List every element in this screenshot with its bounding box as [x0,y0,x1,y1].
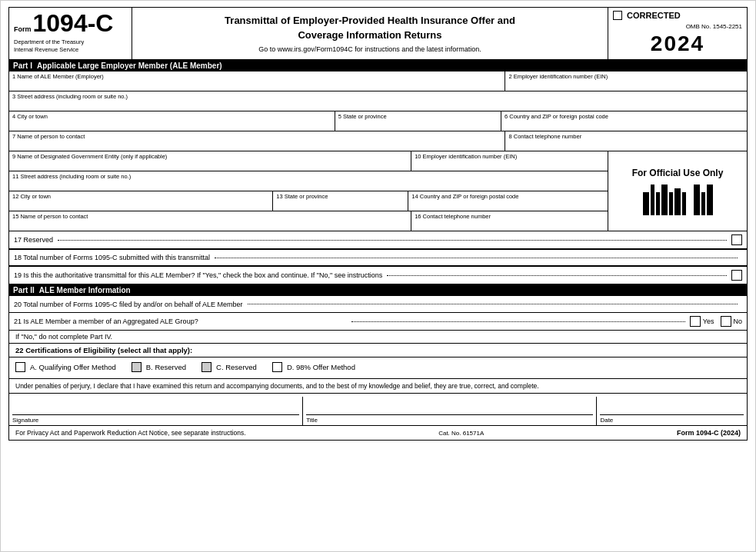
privacy-text: For Privacy Act and Paperwork Reduction … [15,429,246,437]
row19-checkbox[interactable] [731,270,742,281]
signature-label: Signature [12,417,299,424]
field7-value[interactable] [12,140,501,149]
field2-value[interactable] [508,80,744,89]
form-subtitle: Go to www.irs.gov/Form1094C for instruct… [258,45,481,53]
yes-no-options: Yes No [690,316,742,327]
cat-number: Cat. No. 61571A [438,430,484,437]
bar8 [694,185,700,215]
signature-section: Under penalties of perjury, I declare th… [9,379,747,425]
row20-label: 20 Total number of Forms 1095-C filed by… [14,301,243,308]
no-checkbox[interactable] [721,316,731,327]
row17-label: 17 Reserved [14,236,53,244]
row-20: 20 Total number of Forms 1095-C filed by… [9,296,747,313]
corrected-checkbox[interactable] [613,11,622,20]
row-4-5-6: 4 City or town 5 State or province 6 Cou… [9,111,747,131]
field12-label: 12 City or town [12,193,269,200]
row-9-10: 9 Name of Designated Government Entity (… [9,151,608,171]
title-field: Title [303,397,597,425]
form-header: Form 1094-C Department of the Treasury I… [8,7,748,60]
field-12: 12 City or town [9,191,273,211]
field6-value[interactable] [505,120,744,129]
field14-value[interactable] [411,200,604,209]
cert-d: D. 98% Offer Method [272,362,355,372]
cert-d-label: D. 98% Offer Method [287,363,355,371]
cert-c-checkbox[interactable] [201,362,211,372]
field5-value[interactable] [338,120,498,129]
form-page: Form 1094-C Department of the Treasury I… [0,0,756,552]
signature-field: Signature [9,397,303,425]
field15-value[interactable] [12,220,408,229]
field-10: 10 Employer identification number (EIN) [411,151,608,171]
field3-label: 3 Street address (including room or suit… [12,93,744,100]
official-use-box: For Official Use Only [608,151,747,231]
field16-value[interactable] [415,220,604,229]
field11-label: 11 Street address (including room or sui… [12,173,604,180]
row18-label: 18 Total number of Forms 1095-C submitte… [14,254,210,261]
field4-value[interactable] [12,120,331,129]
field1-value[interactable] [12,80,501,89]
row19-dots [387,275,727,276]
field16-label: 16 Contact telephone number [415,213,604,220]
part2-header: Part II ALE Member Information [8,284,748,296]
row-21: 21 Is ALE Member a member of an Aggregat… [9,313,747,331]
penalty-text: Under penalties of perjury, I declare th… [9,379,747,394]
field-5: 5 State or province [335,111,501,131]
field9-value[interactable] [12,160,408,169]
yes-checkbox[interactable] [690,316,701,327]
field3-value[interactable] [12,100,744,109]
part1-label: Part I [13,62,32,70]
bar10 [707,185,713,215]
date-line[interactable] [600,398,744,415]
official-use-title: For Official Use Only [632,168,724,178]
row17-checkbox[interactable] [731,234,742,245]
part1-title: Applicable Large Employer Member (ALE Me… [37,62,222,70]
title-line[interactable] [306,398,593,415]
field13-label: 13 State or province [276,193,405,200]
cert-b-label: B. Reserved [146,363,186,371]
no-label: No [734,318,743,325]
field6-label: 6 Country and ZIP or foreign postal code [505,113,744,120]
cert-b-checkbox[interactable] [132,362,142,372]
field-7: 7 Name of person to contact [9,131,505,151]
row-18: 18 Total number of Forms 1095-C submitte… [9,249,747,266]
field-2: 2 Employer identification number (EIN) [505,71,747,91]
cert-d-checkbox[interactable] [272,362,282,372]
row18-dots [215,258,738,258]
field15-label: 15 Name of person to contact [12,213,408,220]
signature-line[interactable] [12,398,299,415]
form-title-section: Transmittal of Employer-Provided Health … [132,8,608,59]
row22-header: 22 Certifications of Eligibility (select… [9,344,747,357]
signature-row: Signature Title Date [9,397,747,425]
cert-c-label: C. Reserved [216,363,257,371]
form-footer: For Privacy Act and Paperwork Reduction … [8,426,748,441]
date-label: Date [600,417,744,424]
row-7-8: 7 Name of person to contact 8 Contact te… [9,131,747,151]
certifications-row: A. Qualifying Offer Method B. Reserved C… [9,357,747,379]
form-title-line1: Transmittal of Employer-Provided Health … [225,14,515,42]
field8-value[interactable] [508,140,744,149]
row-17: 17 Reserved [9,231,747,249]
bar9 [701,192,705,215]
field8-label: 8 Contact telephone number [508,133,744,140]
field-14: 14 Country and ZIP or foreign postal cod… [408,191,608,211]
field10-value[interactable] [415,160,604,169]
field12-value[interactable] [12,200,269,209]
field-9: 9 Name of Designated Government Entity (… [9,151,411,171]
field-15: 15 Name of person to contact [9,211,411,231]
row21-dots [351,321,684,322]
cert-a-checkbox[interactable] [15,362,25,372]
title-label: Title [306,417,593,424]
field9-label: 9 Name of Designated Government Entity (… [12,153,408,160]
bar4 [661,185,668,215]
tax-year: 2024 [613,32,742,56]
row-11: 11 Street address (including room or sui… [9,171,608,191]
field-1: 1 Name of ALE Member (Employer) [9,71,505,91]
field13-value[interactable] [276,200,405,209]
row21-label: 21 Is ALE Member a member of an Aggregat… [14,318,347,325]
field-3: 3 Street address (including room or suit… [9,91,747,111]
row-3: 3 Street address (including room or suit… [9,91,747,111]
yes-label: Yes [703,318,714,325]
field11-value[interactable] [12,180,604,189]
row-12-13-14: 12 City or town 13 State or province 14 … [9,191,608,211]
fields-9-16-area: 9 Name of Designated Government Entity (… [9,151,608,231]
